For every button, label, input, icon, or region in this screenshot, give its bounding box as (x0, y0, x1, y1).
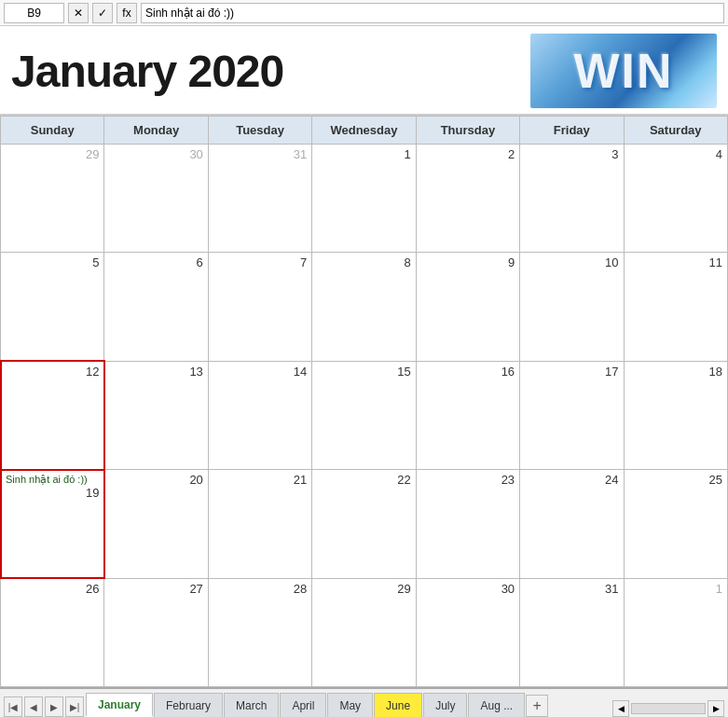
day-number: 15 (317, 365, 410, 379)
calendar-cell[interactable]: 25 (624, 470, 727, 578)
calendar-cell[interactable]: 21 (208, 470, 311, 578)
calendar-cell[interactable]: 17 (520, 361, 624, 469)
calendar-cell[interactable]: 24 (520, 470, 624, 578)
calendar-cell[interactable]: 20 (104, 470, 208, 578)
day-number: 3 (525, 147, 618, 161)
calendar-header: January 2020 WIN (0, 26, 728, 114)
calendar-cell[interactable]: 31 (520, 578, 624, 686)
col-monday: Monday (104, 117, 208, 145)
day-number: 30 (109, 147, 202, 161)
calendar-cell[interactable]: 2 (416, 145, 519, 253)
tab-nav-last[interactable]: ▶| (65, 696, 84, 717)
calendar-cell[interactable]: 28 (208, 578, 311, 686)
event-text: Sinh nhật ai đó :)) (6, 474, 88, 485)
calendar-cell[interactable]: Sinh nhật ai đó :))19 (1, 470, 104, 578)
calendar-week-row: 2627282930311 (1, 578, 728, 686)
calendar-cell[interactable]: 1 (624, 578, 727, 686)
main-content: January 2020 WIN Sunday Monday Tuesday W… (0, 26, 728, 687)
day-number: 10 (525, 255, 618, 269)
calendar-cell[interactable]: 8 (312, 253, 416, 361)
sheet-tab-may[interactable]: May (327, 693, 373, 717)
col-friday: Friday (520, 117, 624, 145)
calendar-cell[interactable]: 30 (416, 578, 519, 686)
day-number: 5 (6, 255, 99, 269)
day-number: 9 (421, 255, 515, 269)
calendar-cell[interactable]: 29 (312, 578, 416, 686)
sheet-tab-aug----[interactable]: Aug ... (468, 693, 525, 717)
winter-text: WIN (573, 43, 673, 99)
sheet-tabs-container: JanuaryFebruaryMarchAprilMayJuneJulyAug … (86, 693, 526, 717)
day-number: 1 (629, 582, 722, 596)
calendar-cell[interactable]: 22 (312, 470, 416, 578)
day-number: 30 (421, 582, 515, 596)
calendar-cell[interactable]: 18 (624, 361, 727, 469)
tab-nav-first[interactable]: |◀ (4, 696, 22, 717)
cancel-button[interactable]: ✕ (68, 3, 89, 23)
sheet-tab-march[interactable]: March (224, 693, 279, 717)
formula-input[interactable] (141, 3, 724, 23)
calendar-title: January 2020 (11, 46, 530, 97)
calendar-cell[interactable]: 13 (104, 361, 208, 469)
scrollbar-track[interactable] (631, 703, 706, 714)
day-number: 8 (317, 255, 410, 269)
day-number: 26 (6, 582, 99, 596)
day-number: 29 (6, 147, 99, 161)
day-number: 2 (421, 147, 515, 161)
col-sunday: Sunday (1, 117, 104, 145)
col-wednesday: Wednesday (312, 117, 416, 145)
sheet-tab-february[interactable]: February (154, 693, 223, 717)
calendar-cell[interactable]: 11 (624, 253, 727, 361)
calendar-cell[interactable]: 1 (312, 145, 416, 253)
calendar-cell[interactable]: 29 (1, 145, 104, 253)
fx-button[interactable]: fx (117, 3, 137, 23)
add-sheet-button[interactable]: + (526, 695, 548, 717)
sheet-tab-july[interactable]: July (423, 693, 467, 717)
day-number: 21 (213, 473, 307, 487)
calendar-cell[interactable]: 4 (624, 145, 727, 253)
winter-badge: WIN (530, 34, 717, 108)
col-tuesday: Tuesday (208, 117, 311, 145)
day-number: 11 (629, 255, 722, 269)
calendar-cell[interactable]: 30 (104, 145, 208, 253)
calendar-cell[interactable]: 16 (416, 361, 519, 469)
day-number: 14 (213, 365, 307, 379)
tab-nav-prev[interactable]: ◀ (24, 696, 43, 717)
confirm-button[interactable]: ✓ (92, 3, 113, 23)
col-thursday: Thursday (416, 117, 519, 145)
scroll-left-btn[interactable]: ◀ (612, 700, 629, 717)
calendar-cell[interactable]: 6 (104, 253, 208, 361)
calendar-cell[interactable]: 31 (208, 145, 311, 253)
day-number: 1 (317, 147, 410, 161)
sheet-tab-january[interactable]: January (86, 693, 153, 717)
sheet-tab-june[interactable]: June (374, 693, 422, 717)
calendar-week-row: 12131415161718 (1, 361, 728, 469)
day-number: 17 (525, 365, 618, 379)
calendar-cell[interactable]: 15 (312, 361, 416, 469)
calendar-week-row: Sinh nhật ai đó :))19202122232425 (1, 470, 728, 578)
day-number: 22 (317, 473, 410, 487)
day-number: 13 (109, 365, 202, 379)
day-number: 27 (109, 582, 202, 596)
calendar-cell[interactable]: 26 (1, 578, 104, 686)
calendar-cell[interactable]: 23 (416, 470, 519, 578)
day-number: 19 (6, 486, 99, 500)
day-number: 16 (421, 365, 515, 379)
scrollbar-area: ◀ ▶ (612, 700, 724, 717)
calendar-cell[interactable]: 3 (520, 145, 624, 253)
calendar-cell[interactable]: 10 (520, 253, 624, 361)
calendar-cell[interactable]: 14 (208, 361, 311, 469)
calendar-cell[interactable]: 9 (416, 253, 519, 361)
scroll-right-btn[interactable]: ▶ (707, 700, 724, 717)
calendar-cell[interactable]: 5 (1, 253, 104, 361)
calendar-cell[interactable]: 7 (208, 253, 311, 361)
calendar-week-row: 2930311234 (1, 145, 728, 253)
tab-nav-next[interactable]: ▶ (45, 696, 63, 717)
calendar-table: Sunday Monday Tuesday Wednesday Thursday… (0, 116, 728, 687)
calendar-cell[interactable]: 27 (104, 578, 208, 686)
calendar-cell[interactable]: 12 (1, 361, 104, 469)
day-number: 31 (213, 147, 307, 161)
sheet-tab-april[interactable]: April (280, 693, 326, 717)
day-number: 20 (109, 473, 202, 487)
tab-bar: |◀ ◀ ▶ ▶| JanuaryFebruaryMarchAprilMayJu… (0, 687, 728, 717)
cell-reference[interactable] (4, 3, 64, 23)
